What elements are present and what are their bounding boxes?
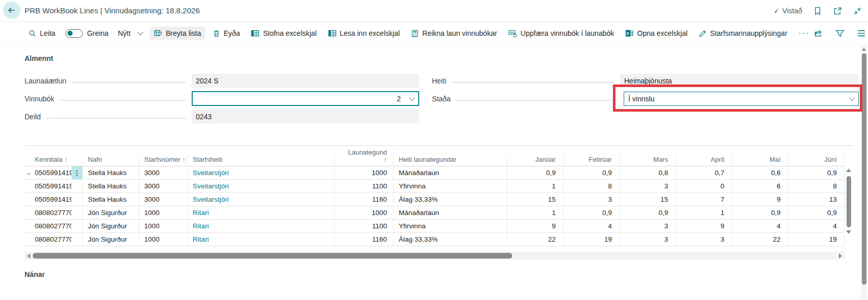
cell-launategund[interactable]: 1100 xyxy=(335,180,394,193)
more-options-button[interactable]: ··· xyxy=(798,29,810,38)
cell-month-2[interactable]: 3 xyxy=(620,233,676,246)
cell-month-5[interactable]: 4 xyxy=(788,220,844,233)
header-month-april[interactable]: Apríl xyxy=(676,155,732,166)
open-excel-button[interactable]: X Opna excelskjal xyxy=(621,27,692,40)
header-nafn[interactable]: Nafn xyxy=(83,155,139,166)
cell-month-3[interactable]: 1 xyxy=(676,206,732,220)
cell-month-0[interactable]: 1 xyxy=(507,180,563,193)
grid-horizontal-scrollbar[interactable] xyxy=(25,252,844,260)
header-month-mai[interactable]: Maí xyxy=(732,155,788,166)
heiti-field[interactable]: Heimaþjónusta xyxy=(620,74,859,88)
cell-starfsnumer[interactable]: 3000 xyxy=(139,180,188,193)
row-menu-icon[interactable]: ⋮ xyxy=(72,166,83,180)
table-row[interactable]: 0808027770Jón Sigurður1000Ritari1100Yfir… xyxy=(25,220,854,233)
cell-starfsheiti-link[interactable]: Sveitarstjóri xyxy=(188,193,335,206)
cell-launategund[interactable]: 1160 xyxy=(335,233,394,246)
cell-launategund[interactable]: 1000 xyxy=(335,206,394,220)
cell-kennitala[interactable]: 0808027770 xyxy=(32,220,72,233)
new-dropdown-button[interactable] xyxy=(134,29,147,38)
header-starfsnumer[interactable]: Starfsnúmer ↑ xyxy=(139,155,188,166)
cell-kennitala[interactable]: 0808027770 xyxy=(32,206,72,220)
cell-month-1[interactable]: 3 xyxy=(563,193,620,206)
cell-month-2[interactable]: 0,9 xyxy=(620,206,676,220)
stada-dropdown[interactable]: Í vinnslu xyxy=(624,92,859,106)
cell-launategund[interactable]: 1100 xyxy=(335,220,394,233)
cell-nafn[interactable]: Stella Hauks xyxy=(83,180,139,193)
cell-heiti-launategundar[interactable]: Yfirvinna xyxy=(394,180,507,193)
edit-list-button[interactable]: Breyta lista xyxy=(150,27,205,40)
share-icon[interactable] xyxy=(814,29,823,38)
header-kennitala[interactable]: Kennitala ↑ xyxy=(32,155,83,166)
cell-starfsheiti-link[interactable]: Sveitarstjóri xyxy=(188,180,335,193)
calc-payroll-button[interactable]: Reikna laun vinnubókar xyxy=(407,27,501,40)
cell-kennitala[interactable]: 0505991419 xyxy=(32,180,72,193)
cell-kennitala[interactable]: 0505991419 xyxy=(32,193,72,206)
cell-month-5[interactable]: 19 xyxy=(788,233,844,246)
cell-month-4[interactable]: 0,6 xyxy=(732,166,788,180)
cell-nafn[interactable]: Stella Hauks xyxy=(83,193,139,206)
scroll-up-arrow-icon[interactable] xyxy=(846,168,851,172)
cell-heiti-launategundar[interactable]: Mánaðarlaun xyxy=(394,206,507,220)
cell-month-5[interactable]: 0,9 xyxy=(788,206,844,220)
table-row[interactable]: 0808027770Jón Sigurður1000Ritari1160Álag… xyxy=(25,233,854,246)
cell-month-3[interactable]: 7 xyxy=(676,193,732,206)
popout-icon[interactable] xyxy=(833,7,842,15)
cell-starfsheiti-link[interactable]: Ritari xyxy=(188,233,335,246)
cell-month-0[interactable]: 0,9 xyxy=(507,166,563,180)
cell-month-0[interactable]: 9 xyxy=(507,220,563,233)
cell-month-0[interactable]: 22 xyxy=(507,233,563,246)
cell-heiti-launategundar[interactable]: Yfirvinna xyxy=(394,220,507,233)
cell-month-1[interactable]: 0,9 xyxy=(563,166,620,180)
header-launategund[interactable]: Launategund↑ xyxy=(335,148,394,166)
cell-month-4[interactable]: 9 xyxy=(732,193,788,206)
new-button[interactable]: Nýtt xyxy=(113,27,134,40)
header-month-februar[interactable]: Febrúar xyxy=(563,155,620,166)
grid-hscroll-thumb[interactable] xyxy=(33,253,512,259)
delete-button[interactable]: Eyða xyxy=(209,27,244,40)
cell-month-2[interactable]: 15 xyxy=(620,193,676,206)
scroll-down-arrow-icon[interactable] xyxy=(846,230,851,234)
cell-month-1[interactable]: 19 xyxy=(563,233,620,246)
create-excel-button[interactable]: Stofna excelskjal xyxy=(247,27,321,40)
collapse-icon[interactable] xyxy=(853,7,862,15)
cell-month-5[interactable]: 13 xyxy=(788,193,844,206)
cell-month-5[interactable]: 0,9 xyxy=(788,166,844,180)
cell-starfsheiti-link[interactable]: Ritari xyxy=(188,206,335,220)
update-workbook-button[interactable]: Abc Uppfæra vinnubók í launabók xyxy=(504,27,618,40)
page-scroll-thumb[interactable] xyxy=(862,53,866,285)
cell-nafn[interactable]: Jón Sigurður xyxy=(83,233,139,246)
search-button[interactable]: Leita xyxy=(25,27,59,40)
scroll-up-arrow-icon[interactable] xyxy=(862,48,866,51)
header-month-juni[interactable]: Júní xyxy=(788,155,844,166)
cell-month-1[interactable]: 0,9 xyxy=(563,206,620,220)
grid-vertical-scrollbar[interactable] xyxy=(844,166,853,247)
cell-month-1[interactable]: 4 xyxy=(563,220,620,233)
cell-starfsnumer[interactable]: 3000 xyxy=(139,166,188,180)
page-scrollbar[interactable] xyxy=(861,46,867,300)
cell-heiti-launategundar[interactable]: Álag 33,33% xyxy=(394,233,507,246)
cell-month-3[interactable]: 3 xyxy=(676,233,732,246)
cell-month-5[interactable]: 8 xyxy=(788,180,844,193)
employee-info-button[interactable]: Starfsmannaupplýsingar xyxy=(695,27,791,40)
header-month-mars[interactable]: Mars xyxy=(620,155,676,166)
chevron-down-icon[interactable] xyxy=(409,95,415,100)
table-row[interactable]: →0505991419⋮Stella Hauks3000Sveitarstjór… xyxy=(25,166,854,180)
cell-starfsnumer[interactable]: 1000 xyxy=(139,206,188,220)
scroll-left-arrow-icon[interactable] xyxy=(27,253,30,259)
cell-month-3[interactable]: 0 xyxy=(676,180,732,193)
cell-starfsnumer[interactable]: 1000 xyxy=(139,220,188,233)
scroll-right-arrow-icon[interactable] xyxy=(839,253,842,259)
deild-field[interactable]: 0243 xyxy=(192,110,419,123)
cell-starfsheiti-link[interactable]: Ritari xyxy=(188,220,335,233)
chevron-down-icon[interactable] xyxy=(849,95,855,100)
cell-nafn[interactable]: Jón Sigurður xyxy=(83,220,139,233)
cell-month-4[interactable]: 4 xyxy=(732,220,788,233)
analyze-toggle[interactable]: Greina xyxy=(65,29,108,38)
cell-starfsheiti-link[interactable]: Sveitarstjóri xyxy=(188,166,335,180)
cell-heiti-launategundar[interactable]: Álag 33,33% xyxy=(394,193,507,206)
cell-month-2[interactable]: 3 xyxy=(620,180,676,193)
cell-month-2[interactable]: 3 xyxy=(620,220,676,233)
import-excel-button[interactable]: Lesa inn excelskjal xyxy=(324,27,404,40)
cell-nafn[interactable]: Jón Sigurður xyxy=(83,206,139,220)
vinnubok-field[interactable]: 2 xyxy=(192,91,419,106)
